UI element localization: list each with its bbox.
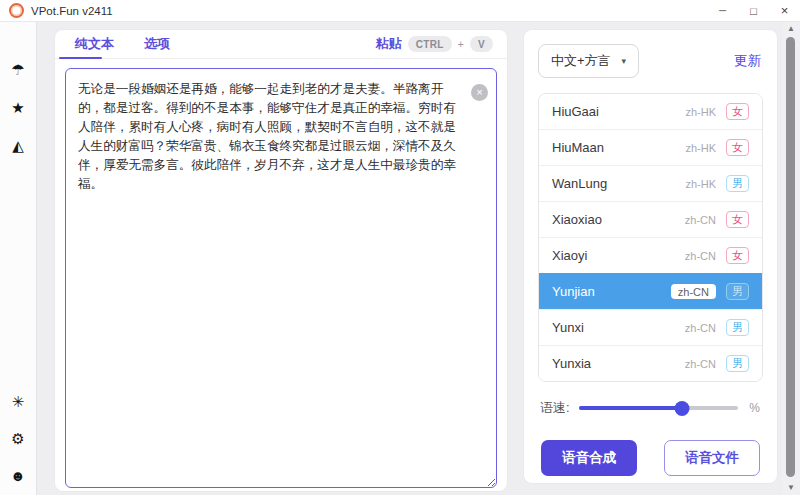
umbrella-icon[interactable]: ☂ [11,62,24,77]
voice-row[interactable]: HiuGaai zh-HK 女 [539,94,762,129]
voice-name: WanLung [552,176,685,191]
editor-header: 纯文本 选项 粘贴 CTRL + V [55,30,507,59]
voice-list: HiuGaai zh-HK 女 HiuMaan zh-HK 女 WanLung … [538,93,763,382]
title-bar: VPot.Fun v2411 ─ □ × [0,0,800,22]
language-dropdown-value: 中文+方言 [551,52,611,70]
language-dropdown[interactable]: 中文+方言 ▾ [538,44,639,78]
minimize-button[interactable]: ─ [707,0,738,21]
shutter-icon[interactable]: ✳ [12,394,25,409]
voice-locale: zh-CN [685,358,716,370]
gender-badge: 女 [726,247,749,264]
star-icon[interactable]: ★ [11,100,24,115]
sidebar: ☂ ★ ◭ ✳ ⚙ ☻ [0,22,37,495]
voice-row-selected[interactable]: Yunjian zh-CN 男 [539,273,762,309]
voice-locale: zh-CN [671,284,716,299]
paste-group: 粘贴 CTRL + V [376,35,493,53]
paste-button[interactable]: 粘贴 [376,35,402,53]
synthesize-button[interactable]: 语音合成 [541,440,637,476]
voice-panel: 中文+方言 ▾ 更新 HiuGaai zh-HK 女 HiuMaan zh-HK… [524,30,777,483]
gender-badge: 女 [726,139,749,156]
refresh-link[interactable]: 更新 [734,52,761,70]
voice-row[interactable]: WanLung zh-HK 男 [539,165,762,201]
window-title: VPot.Fun v2411 [31,5,113,17]
scroll-down-icon[interactable]: ▼ [782,481,800,495]
app-content: ☂ ★ ◭ ✳ ⚙ ☻ 纯文本 选项 粘贴 CTRL + V 无论是一段婚姻还是… [0,22,800,495]
voice-panel-header: 中文+方言 ▾ 更新 [524,30,777,90]
gender-badge: 男 [726,355,749,372]
voice-name: Yunxia [552,356,685,371]
gender-badge: 女 [726,211,749,228]
tab-plain-text[interactable]: 纯文本 [75,30,114,58]
voice-row[interactable]: HiuMaan zh-HK 女 [539,129,762,165]
action-buttons: 语音合成 语音文件 [524,440,777,476]
voice-name: Yunjian [552,284,671,299]
window-controls: ─ □ × [707,0,800,21]
plus-sign: + [458,38,464,50]
gender-badge: 男 [726,283,749,300]
ctrl-key-badge: CTRL [408,36,452,52]
speed-slider[interactable] [579,406,739,410]
voice-name: HiuMaan [552,140,685,155]
speed-slider-thumb[interactable] [675,401,690,416]
voice-name: Xiaoxiao [552,212,685,227]
voice-locale: zh-CN [685,250,716,262]
voice-locale: zh-HK [685,142,716,154]
tab-options[interactable]: 选项 [144,30,170,58]
speed-control: 语速: % [540,399,760,417]
voice-locale: zh-HK [685,178,716,190]
speed-slider-fill [579,406,683,410]
voice-locale: zh-CN [685,322,716,334]
clear-text-button[interactable]: × [471,84,488,101]
gear-icon[interactable]: ⚙ [11,431,24,446]
scroll-up-icon[interactable]: ▲ [782,22,800,36]
voice-locale: zh-CN [685,214,716,226]
gender-badge: 女 [726,103,749,120]
app-window: { "window": { "title": "VPot.Fun v2411",… [0,0,800,495]
voice-name: HiuGaai [552,104,685,119]
gender-badge: 男 [726,319,749,336]
mountain-icon[interactable]: ◭ [12,138,24,153]
voice-file-button[interactable]: 语音文件 [664,440,760,476]
voice-row[interactable]: Yunxia zh-CN 男 [539,345,762,381]
robot-icon[interactable]: ☻ [10,468,26,483]
voice-locale: zh-HK [685,106,716,118]
gender-badge: 男 [726,175,749,192]
window-scrollbar[interactable]: ▲ ▼ [782,22,800,495]
chevron-down-icon: ▾ [622,56,627,66]
maximize-button[interactable]: □ [738,0,769,21]
voice-row[interactable]: Xiaoyi zh-CN 女 [539,237,762,273]
voice-name: Yunxi [552,320,685,335]
speed-unit: % [749,401,760,415]
text-input[interactable]: 无论是一段婚姻还是再婚，能够一起走到老的才是夫妻。半路离开的，都是过客。得到的不… [65,68,497,488]
speed-label: 语速: [540,399,570,417]
scrollbar-thumb[interactable] [786,37,795,477]
close-button[interactable]: × [769,0,800,21]
voice-name: Xiaoyi [552,248,685,263]
v-key-badge: V [470,36,493,52]
voice-row[interactable]: Xiaoxiao zh-CN 女 [539,201,762,237]
app-logo-icon [9,3,24,18]
voice-row[interactable]: Yunxi zh-CN 男 [539,309,762,345]
editor-card: 纯文本 选项 粘贴 CTRL + V 无论是一段婚姻还是再婚，能够一起走到老的才… [55,30,507,491]
textarea-container: 无论是一段婚姻还是再婚，能够一起走到老的才是夫妻。半路离开的，都是过客。得到的不… [65,68,497,488]
